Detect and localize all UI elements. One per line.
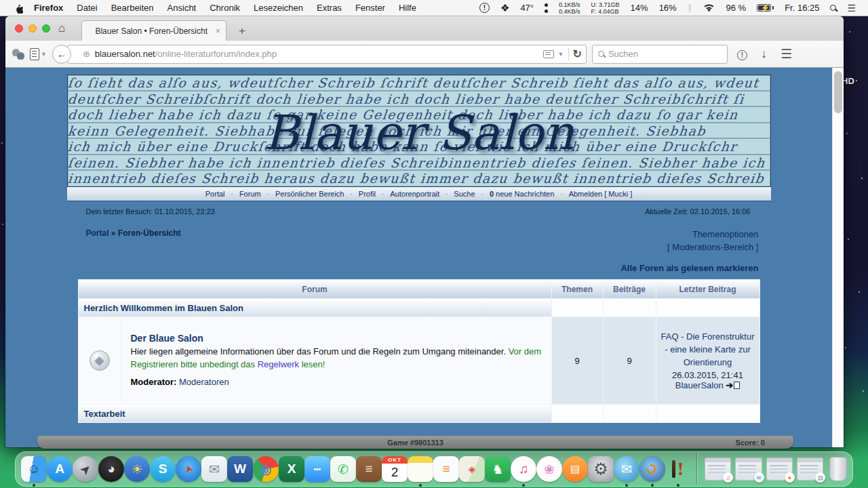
status-info-icon[interactable]: ! <box>474 3 495 13</box>
forum-nav-link-0-neue-nachrichten[interactable]: 0 neue Nachrichten <box>488 190 555 198</box>
notification-center-icon[interactable]: ☰ <box>842 3 861 14</box>
ghostery-icon[interactable] <box>12 49 24 60</box>
forum-nav-link-portal[interactable]: Portal <box>204 190 226 198</box>
dock-item-minimized-document-window[interactable]: ▤ <box>797 458 823 481</box>
dock-item-finder[interactable]: ☺ <box>21 456 47 482</box>
temperature-status[interactable]: 47° <box>515 3 539 13</box>
download-icon[interactable]: ↓ <box>757 47 771 61</box>
dock-item-safari[interactable]: ➤ <box>176 456 201 482</box>
game-window-bar[interactable]: Game #9801313 Score: 0 <box>37 436 793 449</box>
dock-item-notes[interactable] <box>408 456 433 482</box>
battery-icon[interactable]: ⚡ <box>751 4 779 12</box>
forum-nav-link-persönlicher-bereich[interactable]: Persönlicher Bereich <box>274 190 346 198</box>
trash-icon[interactable] <box>829 457 847 481</box>
menu-item-hilfe[interactable]: Hilfe <box>392 3 423 13</box>
menu-item-ansicht[interactable]: Ansicht <box>161 3 203 13</box>
reader-mode-icon[interactable] <box>543 50 554 58</box>
dock-item-contacts[interactable]: ≡ <box>356 456 382 482</box>
clipboard-menu-button[interactable]: ▼ <box>30 48 47 60</box>
clock-status[interactable]: Fr. 16:25 <box>779 3 825 13</box>
dock-item-jester-game[interactable]: ! <box>665 456 691 482</box>
tracking-info-icon[interactable]: ! <box>733 48 751 60</box>
dock-item-mail[interactable]: ✉ <box>201 456 227 482</box>
dock-item-system-preferences[interactable]: ⚙ <box>588 456 614 482</box>
home-icon[interactable]: ⌂ <box>58 22 65 35</box>
topic-options-link[interactable]: Themenoptionen <box>692 229 759 239</box>
last-post-link[interactable]: FAQ - Die Forenstruktur - eine kleine Ka… <box>659 331 757 369</box>
browser-scrollbar[interactable] <box>832 68 844 447</box>
dots-status-icon[interactable] <box>539 3 553 13</box>
new-tab-button[interactable]: + <box>233 24 251 38</box>
memory-status[interactable]: U: 3.71GBF: 4.04GB <box>586 1 625 15</box>
dock-item-launchpad[interactable]: ➤ <box>73 456 98 482</box>
dock-item-ibooks[interactable]: ▤ <box>562 456 588 482</box>
dock-item-itunes[interactable]: ♫ <box>511 456 536 482</box>
dock-item-chrome[interactable]: ◎ <box>253 456 279 482</box>
spotlight-icon[interactable] <box>825 5 842 11</box>
reload-icon[interactable]: ↻ <box>573 47 582 60</box>
back-button[interactable]: ← <box>52 45 71 64</box>
dock-item-maps[interactable]: ◈ <box>459 456 485 482</box>
goto-post-arrow-icon[interactable]: ➔ <box>726 380 733 390</box>
forum-nav-link-abmelden-mucki-[interactable]: Abmelden [ Mucki ] <box>568 190 634 198</box>
dock-item-excel[interactable]: X <box>279 456 304 482</box>
bluetooth-icon[interactable]: ᛒ <box>682 3 698 13</box>
close-window-button[interactable] <box>15 24 23 33</box>
dock-item-minimized-itunes-window[interactable]: ♫ <box>705 458 731 481</box>
apple-menu-icon[interactable] <box>9 2 27 13</box>
breadcrumb-portal-link[interactable]: Portal <box>86 228 109 238</box>
menu-item-lesezeichen[interactable]: Lesezeichen <box>247 3 310 13</box>
wifi-icon[interactable] <box>698 3 720 12</box>
scrollbar-thumb[interactable] <box>834 71 842 113</box>
hamburger-menu-icon[interactable]: ☰ <box>776 46 796 62</box>
menu-item-firefox[interactable]: Firefox <box>27 3 70 13</box>
forum-nav-link-profil[interactable]: Profil <box>357 190 377 198</box>
battery-percent[interactable]: 96 % <box>720 3 751 13</box>
dropbox-status-icon[interactable]: ❖ <box>495 2 515 14</box>
menu-item-fenster[interactable]: Fenster <box>349 3 392 13</box>
dock-item-minimized-firefox-window[interactable]: ● <box>766 458 793 481</box>
tab-blauer-salon[interactable]: Blauer Salon • Foren-Übersicht × <box>81 20 226 41</box>
jester-game-icon: ! <box>665 456 691 482</box>
dock-item-word[interactable]: W <box>227 456 253 482</box>
dock-item-minimized-thunderbird-window[interactable]: ✉ <box>735 458 762 481</box>
network-speed-status[interactable]: 0.1KB/s0.4KB/s <box>553 1 586 15</box>
dock-item-app-store[interactable]: A <box>47 456 73 482</box>
menu-item-extras[interactable]: Extras <box>310 3 349 13</box>
regelwerk-link[interactable]: Regelwerk <box>258 359 299 369</box>
dock-item-weather[interactable]: ☀ <box>124 456 150 482</box>
menu-item-datei[interactable]: Datei <box>70 3 104 13</box>
mark-all-read-link[interactable]: Alle Foren als gelesen markieren <box>620 263 758 273</box>
moderatoren-link[interactable]: Moderatoren <box>179 377 229 387</box>
forum-nav-link-autorenportrait[interactable]: Autorenportrait <box>389 190 441 198</box>
goto-post-page-icon[interactable] <box>734 382 740 389</box>
forum-link-der-blaue-salon[interactable]: Der Blaue Salon <box>131 333 203 344</box>
dock-item-facetime[interactable]: ✆ <box>330 456 356 482</box>
url-dropdown-icon[interactable]: ▼ <box>558 51 564 58</box>
dock-item-messages[interactable]: ••• <box>304 456 330 482</box>
nav-separator: · <box>262 190 274 198</box>
dock-item-dashboard[interactable]: ◕ <box>98 456 124 482</box>
moderation-area-link[interactable]: [ Moderations-Bereich ] <box>667 242 758 252</box>
dock-item-firefox[interactable]: C <box>639 456 665 482</box>
minimize-window-button[interactable] <box>28 24 37 33</box>
last-post-author-link[interactable]: BlauerSalon <box>675 380 724 390</box>
dock-item-evernote[interactable]: ♞ <box>485 456 511 482</box>
zoom-window-button[interactable] <box>42 24 50 33</box>
cpu1-status[interactable]: 14% <box>625 3 654 13</box>
cpu2-status[interactable]: 16% <box>654 3 682 13</box>
dock-item-reminders[interactable]: ≡ <box>433 456 459 482</box>
dock-item-calendar[interactable]: OKT2 <box>382 456 408 482</box>
dock-item-thunderbird[interactable]: ✉ <box>614 456 639 482</box>
menu-item-bearbeiten[interactable]: Bearbeiten <box>104 3 161 13</box>
dock-item-photos[interactable]: ❀ <box>536 456 562 482</box>
forum-nav-link-suche[interactable]: Suche <box>452 190 476 198</box>
dock-item-skype[interactable]: S <box>150 456 176 482</box>
search-input[interactable] <box>608 49 703 59</box>
messages-icon: ••• <box>304 456 330 482</box>
menu-item-chronik[interactable]: Chronik <box>203 3 247 13</box>
forum-nav-link-forum[interactable]: Forum <box>238 190 262 198</box>
search-bar[interactable] <box>592 45 728 64</box>
tab-close-icon[interactable]: × <box>211 26 220 36</box>
url-bar[interactable]: ⊕ blauersalon.net/online-literaturforum/… <box>67 45 587 64</box>
